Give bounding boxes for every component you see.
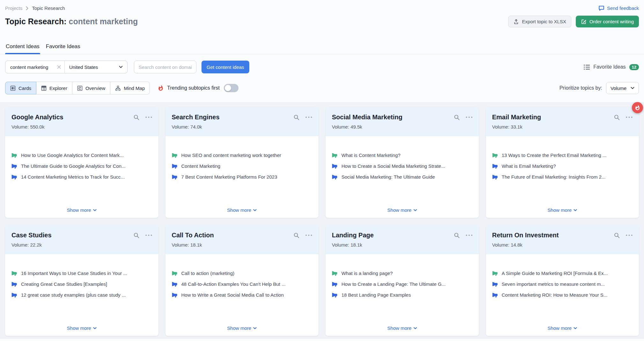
headline-text: 18 Best Landing Page Examples (341, 292, 411, 298)
card-menu-icon[interactable] (145, 234, 152, 236)
headline-item[interactable]: 13 Ways to Create the Perfect Email Mark… (492, 152, 633, 158)
headline-text: How to Use Google Analytics for Content … (21, 152, 124, 158)
prioritize-select[interactable]: Volume (606, 82, 639, 94)
headline-item[interactable]: 7 Best Content Marketing Platforms For 2… (172, 174, 312, 180)
card-menu-icon[interactable] (466, 116, 472, 118)
headline-item[interactable]: Creating Great Case Studies [Examples] (11, 281, 152, 287)
show-more-button[interactable]: Show more (547, 325, 577, 333)
topic-card: Case Studies Volume: 22.2k 16 Important … (5, 225, 158, 336)
show-more-button[interactable]: Show more (387, 207, 417, 215)
card-menu-icon[interactable] (145, 116, 152, 118)
headline-text: What is a landing page? (341, 271, 393, 276)
card-menu-icon[interactable] (305, 234, 312, 236)
card-menu-icon[interactable] (466, 234, 472, 236)
headline-item[interactable]: What is Email Marketing? (492, 163, 633, 169)
trending-toggle[interactable] (224, 84, 238, 92)
favorite-ideas-link[interactable]: Favorite Ideas 12 (584, 64, 639, 70)
view-explorer-label: Explorer (49, 85, 67, 91)
card-search-icon[interactable] (293, 114, 300, 121)
show-more-button[interactable]: Show more (547, 207, 577, 215)
megaphone-icon (332, 281, 338, 287)
headline-item[interactable]: How to Write a Great Social Media Call t… (172, 292, 312, 298)
headline-item[interactable]: 14 Content Marketing Metrics to Track fo… (11, 174, 152, 180)
card-search-icon[interactable] (454, 232, 460, 239)
card-title[interactable]: Landing Page (332, 232, 374, 239)
show-more-button[interactable]: Show more (67, 207, 97, 215)
trending-flame-badge[interactable] (632, 102, 643, 113)
card-title[interactable]: Call To Action (172, 232, 214, 239)
headline-item[interactable]: The Ultimate Guide to Google Analytics f… (11, 163, 152, 169)
send-feedback-link[interactable]: Send feedback (598, 5, 639, 11)
card-menu-icon[interactable] (305, 116, 312, 118)
card-title[interactable]: Email Marketing (492, 114, 541, 121)
headline-item[interactable]: Call to action (marketing) (172, 270, 312, 276)
trending-flame-icon (157, 85, 164, 91)
chevron-down-icon (253, 209, 257, 211)
chevron-down-icon (631, 87, 634, 89)
card-search-icon[interactable] (614, 114, 620, 121)
topic-card: Call To Action Volume: 18.1k Call to act… (165, 225, 319, 336)
topic-input[interactable] (10, 64, 57, 70)
tab-favorite-ideas[interactable]: Favorite Ideas (45, 43, 81, 54)
card-search-icon[interactable] (133, 232, 140, 239)
show-more-button[interactable]: Show more (227, 325, 257, 333)
tab-content-ideas[interactable]: Content Ideas (5, 43, 40, 54)
headline-item[interactable]: What is Content Marketing? (332, 152, 472, 158)
headline-item[interactable]: Seven important metrics to measure conte… (492, 281, 633, 287)
headline-text: How SEO and content marketing work toget… (181, 152, 282, 158)
headline-item[interactable]: Social Media Marketing: The Ultimate Gui… (332, 174, 472, 180)
card-search-icon[interactable] (614, 232, 620, 239)
card-menu-icon[interactable] (626, 234, 633, 236)
megaphone-icon (172, 292, 178, 298)
headline-item[interactable]: How to Use Google Analytics for Content … (11, 152, 152, 158)
view-cards-button[interactable]: Cards (5, 82, 36, 94)
headline-item[interactable]: What is a landing page? (332, 270, 472, 276)
headline-item[interactable]: How to Create a Landing Page: The Ultima… (332, 281, 472, 287)
headline-item[interactable]: 48 Call-to-Action Examples You Can't Hel… (172, 281, 312, 287)
export-xlsx-button[interactable]: Export topic to XLSX (508, 16, 571, 27)
headline-text: The Ultimate Guide to Google Analytics f… (21, 163, 126, 169)
clear-topic-icon[interactable] (57, 65, 61, 69)
topic-card: Social Media Marketing Volume: 49.5k Wha… (326, 107, 479, 218)
country-select[interactable]: United States (65, 61, 127, 73)
card-volume: Volume: 14.8k (492, 242, 633, 248)
domain-search-input[interactable] (134, 61, 196, 73)
view-mindmap-button[interactable]: Mind Map (110, 82, 150, 94)
card-menu-icon[interactable] (626, 116, 633, 118)
card-volume: Volume: 33.1k (492, 124, 633, 130)
headline-item[interactable]: How SEO and content marketing work toget… (172, 152, 312, 158)
chevron-down-icon (253, 327, 257, 330)
card-search-icon[interactable] (133, 114, 140, 121)
card-title[interactable]: Return On Investment (492, 232, 559, 239)
show-more-button[interactable]: Show more (67, 325, 97, 333)
topic-card: Google Analytics Volume: 550.0k How to U… (5, 107, 158, 218)
view-explorer-button[interactable]: Explorer (36, 82, 72, 94)
headline-item[interactable]: 18 Best Landing Page Examples (332, 292, 472, 298)
headline-item[interactable]: 16 Important Ways to Use Case Studies in… (11, 270, 152, 276)
prioritize-label: Prioritize topics by: (560, 85, 602, 91)
headline-item[interactable]: Content Marketing ROI: How to Measure Yo… (492, 292, 633, 298)
show-more-button[interactable]: Show more (387, 325, 417, 333)
headline-item[interactable]: A Simple Guide to Marketing ROI [Formula… (492, 270, 633, 276)
headline-item[interactable]: 12 great case study examples (plus case … (11, 292, 152, 298)
breadcrumb-projects[interactable]: Projects (5, 5, 22, 11)
card-title[interactable]: Case Studies (11, 232, 52, 239)
card-volume-label: Volume: (492, 124, 509, 130)
card-search-icon[interactable] (293, 232, 300, 239)
headline-item[interactable]: How to Create a Social Media Marketing S… (332, 163, 472, 169)
card-title[interactable]: Social Media Marketing (332, 114, 402, 121)
order-content-writing-button[interactable]: Order content writing (576, 16, 639, 27)
card-header: Email Marketing Volume: 33.1k (486, 107, 639, 136)
show-more-button[interactable]: Show more (227, 207, 257, 215)
view-overview-button[interactable]: Overview (72, 82, 111, 94)
card-title[interactable]: Search Engines (172, 114, 220, 121)
topic-card: Email Marketing Volume: 33.1k 13 Ways to… (486, 107, 639, 218)
card-search-icon[interactable] (454, 114, 460, 121)
card-volume-value: 74.0k (190, 124, 202, 130)
card-title[interactable]: Google Analytics (11, 114, 63, 121)
get-content-ideas-button[interactable]: Get content ideas (201, 61, 249, 73)
headline-item[interactable]: The Future of Email Marketing: Insights … (492, 174, 633, 180)
chevron-down-icon (93, 327, 97, 330)
cards-grid: Google Analytics Volume: 550.0k How to U… (5, 107, 639, 336)
headline-item[interactable]: Content Marketing (172, 163, 312, 169)
